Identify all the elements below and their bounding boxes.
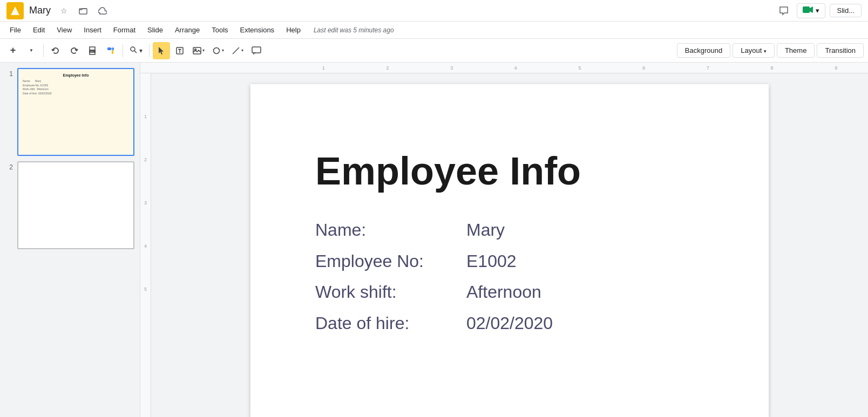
ruler-h-2: 2 — [356, 65, 420, 71]
slide-title: Employee Info — [315, 149, 725, 193]
svg-line-12 — [134, 51, 137, 53]
svg-point-11 — [131, 47, 135, 51]
comment-button[interactable] — [775, 2, 792, 19]
slide-2-thumbnail[interactable] — [17, 161, 134, 249]
svg-line-20 — [233, 47, 239, 54]
svg-marker-3 — [810, 6, 813, 13]
doc-title[interactable]: Mary — [29, 5, 51, 16]
ruler-v-2: 2 — [144, 138, 147, 181]
svg-marker-13 — [159, 47, 164, 54]
star-button[interactable]: ☆ — [56, 3, 71, 18]
slide-canvas[interactable]: Employee Info Name: Mary Employee No: E1… — [250, 84, 769, 417]
toolbar: + ▼ — [0, 39, 868, 63]
separator-1 — [43, 44, 44, 57]
ruler-h-4: 4 — [484, 65, 548, 71]
info-label-empno: Employee No: — [315, 246, 466, 277]
shape-dropdown-icon: ▾ — [222, 48, 224, 53]
ruler-h-marks: 1 2 3 4 5 6 7 8 9 — [291, 65, 868, 71]
title-icons: ☆ — [56, 3, 110, 18]
info-label-hire: Date of hire: — [315, 308, 466, 339]
menu-bar: File Edit View Insert Format Slide Arran… — [0, 22, 868, 39]
title-right: ▾ Slid... — [775, 2, 862, 19]
undo-button[interactable] — [47, 42, 64, 59]
info-label-name: Name: — [315, 215, 466, 246]
line-dropdown-icon: ▾ — [241, 48, 243, 53]
slide-content: Employee Info Name: Mary Employee No: E1… — [315, 149, 725, 339]
add-dropdown-button[interactable]: ▼ — [23, 42, 40, 59]
theme-button[interactable]: Theme — [777, 43, 815, 58]
info-value-name: Mary — [466, 215, 505, 246]
svg-rect-7 — [107, 47, 111, 50]
menu-tools[interactable]: Tools — [206, 24, 233, 36]
menu-arrange[interactable]: Arrange — [169, 24, 205, 36]
meet-icon — [803, 6, 813, 16]
redo-button[interactable] — [65, 42, 83, 59]
info-value-empno: E1002 — [466, 246, 517, 277]
menu-edit[interactable]: Edit — [28, 24, 50, 36]
info-value-hire: 02/02/2020 — [466, 308, 553, 339]
slide-1-wrapper: 1 Employee Info Name: Mary Employee No: … — [5, 68, 134, 156]
svg-point-19 — [214, 47, 220, 53]
menu-format[interactable]: Format — [108, 24, 141, 36]
layout-button[interactable]: Layout ▾ — [733, 43, 775, 58]
meet-label: ▾ — [816, 6, 819, 15]
title-bar: Mary ☆ ▾ — [0, 0, 868, 22]
slide-2-wrapper: 2 — [5, 161, 134, 249]
shape-tool-button[interactable]: ▾ — [209, 44, 227, 57]
svg-rect-2 — [803, 6, 810, 13]
info-row-hire: Date of hire: 02/02/2020 — [315, 308, 725, 339]
ruler-h-5: 5 — [548, 65, 612, 71]
ruler-horizontal: 1 2 3 4 5 6 7 8 9 — [140, 63, 868, 73]
svg-point-6 — [94, 51, 95, 52]
slide-panel: 1 Employee Info Name: Mary Employee No: … — [0, 63, 140, 417]
slide-1-thumb-title: Employee Info — [23, 73, 129, 77]
svg-marker-0 — [11, 6, 19, 15]
svg-rect-4 — [90, 47, 95, 50]
menu-slide[interactable]: Slide — [142, 24, 168, 36]
menu-help[interactable]: Help — [281, 24, 306, 36]
zoom-button[interactable]: ▾ — [126, 44, 146, 57]
info-label-shift: Work shift: — [315, 277, 466, 308]
svg-rect-8 — [112, 47, 114, 50]
background-button[interactable]: Background — [677, 43, 730, 58]
menu-insert[interactable]: Insert — [78, 24, 107, 36]
main-area: 1 Employee Info Name: Mary Employee No: … — [0, 63, 868, 417]
ruler-h-1: 1 — [291, 65, 356, 71]
line-tool-button[interactable]: ▾ — [228, 44, 247, 57]
ruler-h-3: 3 — [419, 65, 484, 71]
info-row-empno: Employee No: E1002 — [315, 246, 725, 277]
ruler-h-9: 9 — [804, 65, 868, 71]
menu-view[interactable]: View — [51, 24, 77, 36]
comment-insert-button[interactable] — [248, 42, 265, 59]
menu-extensions[interactable]: Extensions — [235, 24, 280, 36]
transition-button[interactable]: Transition — [817, 43, 864, 58]
ruler-v-5: 5 — [144, 268, 147, 311]
slideshow-button[interactable]: Slid... — [830, 4, 862, 17]
move-to-folder-button[interactable] — [76, 3, 91, 18]
image-tool-button[interactable]: ▾ — [189, 45, 208, 57]
canvas-area: Employee Info Name: Mary Employee No: E1… — [151, 73, 868, 417]
paint-format-button[interactable] — [102, 42, 119, 59]
print-button[interactable] — [84, 42, 101, 59]
slide-1-thumb-content: Name: Mary Employee No: E1002 Work shift… — [23, 79, 129, 95]
toolbar-right: Background Layout ▾ Theme Transition — [677, 43, 864, 58]
slideshow-label: Slid... — [837, 6, 855, 15]
select-tool-button[interactable] — [153, 42, 170, 59]
ruler-v-4: 4 — [144, 224, 147, 268]
add-slide-button[interactable]: + — [4, 42, 22, 59]
info-value-shift: Afternoon — [466, 277, 541, 308]
info-row-shift: Work shift: Afternoon — [315, 277, 725, 308]
meet-button[interactable]: ▾ — [797, 3, 825, 18]
separator-3 — [149, 44, 150, 57]
ruler-h-6: 6 — [612, 65, 676, 71]
editor-with-ruler: 1 2 3 4 5 Employee Info Name: Mary — [140, 73, 868, 417]
cloud-save-button[interactable] — [95, 3, 110, 18]
app-icon — [6, 2, 24, 19]
menu-file[interactable]: File — [4, 24, 26, 36]
text-tool-button[interactable] — [171, 42, 188, 59]
svg-rect-10 — [112, 50, 113, 54]
slide-1-thumbnail[interactable]: Employee Info Name: Mary Employee No: E1… — [17, 68, 134, 156]
layout-dropdown-icon: ▾ — [764, 49, 767, 54]
separator-2 — [123, 44, 123, 57]
slide-2-number: 2 — [5, 161, 13, 171]
